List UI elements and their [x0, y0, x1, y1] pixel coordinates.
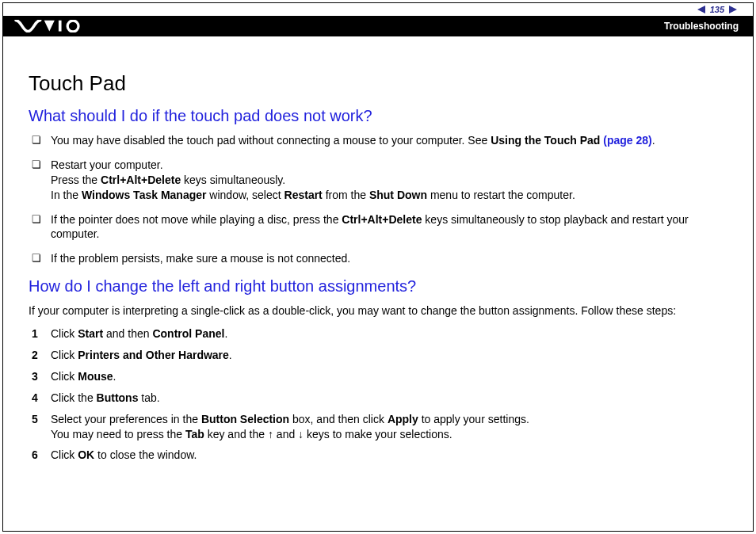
text: menu to restart the computer.	[427, 189, 575, 201]
text: tab.	[138, 391, 159, 404]
bold-text: Windows Task Manager	[82, 189, 207, 201]
bold-text: Restart	[284, 189, 323, 201]
list-item: You may have disabled the touch pad with…	[29, 133, 727, 148]
next-page-icon[interactable]	[729, 6, 737, 13]
bold-text: Printers and Other Hardware	[78, 349, 229, 361]
bold-text: Buttons	[97, 391, 139, 404]
section-label: Troubleshooting	[664, 21, 739, 32]
page-link[interactable]: (page 28)	[603, 134, 651, 147]
text: to close the window.	[94, 448, 197, 461]
list-item: Click the Buttons tab.	[29, 391, 727, 406]
list-item: Click Printers and Other Hardware.	[29, 348, 727, 363]
bold-text: Apply	[388, 413, 418, 425]
text: Click	[51, 448, 78, 461]
bold-text: OK	[78, 448, 94, 461]
bold-text: Tab	[185, 428, 204, 441]
text: Click the	[51, 391, 97, 404]
text: In the	[51, 189, 82, 201]
text: Click	[51, 327, 78, 340]
text: keys simultaneously.	[181, 174, 285, 186]
bold-text: Control Panel	[152, 327, 224, 340]
q1-bullet-list: You may have disabled the touch pad with…	[29, 133, 727, 266]
list-item: Restart your computer. Press the Ctrl+Al…	[29, 158, 727, 203]
text: to apply your settings.	[418, 413, 529, 425]
list-item: Click Start and then Control Panel.	[29, 326, 727, 341]
bold-text: Ctrl+Alt+Delete	[342, 213, 422, 226]
q2-intro: If your computer is interpreting a singl…	[29, 303, 727, 318]
page-content: Touch Pad What should I do if the touch …	[3, 48, 753, 531]
list-item: If the problem persists, make sure a mou…	[29, 251, 727, 266]
text: You may need to press the	[51, 428, 185, 441]
text: Click	[51, 370, 78, 383]
bold-text: Mouse	[78, 370, 113, 383]
text: Press the	[51, 174, 101, 186]
prev-page-icon[interactable]	[697, 6, 705, 13]
bold-text: Using the Touch Pad	[491, 134, 603, 147]
text: key and the	[204, 428, 268, 441]
text: .	[113, 370, 116, 383]
text: Click	[51, 349, 78, 361]
text: Restart your computer.	[51, 158, 163, 171]
page-title: Touch Pad	[29, 71, 727, 96]
q2-step-list: Click Start and then Control Panel. Clic…	[29, 326, 727, 463]
svg-point-1	[67, 21, 78, 32]
text: keys to make your selections.	[304, 428, 452, 441]
top-nav-bar: 135	[3, 3, 753, 16]
text: box, and then click	[289, 413, 388, 425]
bold-text: Shut Down	[369, 189, 427, 201]
text: Select your preferences in the	[51, 413, 201, 425]
question-2-heading: How do I change the left and right butto…	[29, 277, 727, 296]
text: .	[652, 134, 655, 147]
text: .	[229, 349, 232, 361]
bold-text: Ctrl+Alt+Delete	[101, 174, 181, 186]
list-item: Select your preferences in the Button Se…	[29, 412, 727, 442]
text: .	[224, 327, 227, 340]
text: If the pointer does not move while playi…	[51, 213, 342, 226]
text: window, select	[206, 189, 284, 201]
text: If the problem persists, make sure a mou…	[51, 252, 350, 265]
bold-text: Button Selection	[201, 413, 289, 425]
question-1-heading: What should I do if the touch pad does n…	[29, 107, 727, 125]
vaio-logo	[14, 20, 86, 32]
bold-text: Start	[78, 327, 103, 340]
page-number: 135	[710, 5, 724, 14]
list-item: If the pointer does not move while playi…	[29, 212, 727, 242]
list-item: Click Mouse.	[29, 369, 727, 384]
up-arrow-icon	[268, 428, 273, 441]
text: and then	[103, 327, 152, 340]
header-bar: Troubleshooting	[3, 16, 753, 36]
text: and	[273, 428, 298, 441]
svg-rect-0	[59, 21, 62, 32]
text: You may have disabled the touch pad with…	[51, 134, 491, 147]
text: from the	[323, 189, 369, 201]
list-item: Click OK to close the window.	[29, 448, 727, 463]
